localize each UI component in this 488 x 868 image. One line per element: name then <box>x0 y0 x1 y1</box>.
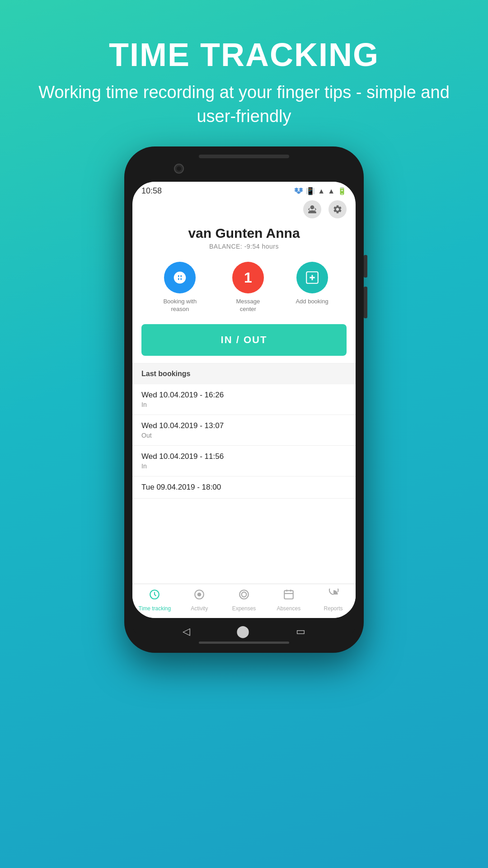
add-booking-label: Add booking <box>296 298 328 306</box>
time-tracking-icon <box>149 589 160 604</box>
svg-point-7 <box>197 593 202 597</box>
booking-item[interactable]: Tue 09.04.2019 - 18:00 <box>132 476 356 499</box>
user-info: van Gunten Anna BALANCE: -9:54 hours <box>132 222 356 257</box>
phone-camera <box>174 164 184 174</box>
battery-icon: 🔋 <box>338 187 347 195</box>
last-bookings-header: Last bookings <box>132 363 356 384</box>
time-tracking-label: Time tracking <box>139 605 171 612</box>
nav-time-tracking[interactable]: Time tracking <box>132 589 177 612</box>
svg-point-9 <box>239 590 249 599</box>
signal-icon: ▲ <box>328 187 335 195</box>
volume-button-2 <box>364 287 367 318</box>
user-name: van Gunten Anna <box>141 226 347 241</box>
balance-value: -9:54 hours <box>244 243 279 250</box>
phone-bottom-bar <box>199 642 289 644</box>
nav-expenses[interactable]: Expenses <box>222 589 267 612</box>
booking-reason-label: Booking with reason <box>160 298 200 313</box>
message-center-circle: 1 <box>232 262 264 293</box>
nav-activity[interactable]: Activity <box>177 589 222 612</box>
nav-absences[interactable]: Absences <box>266 589 311 612</box>
activity-label: Activity <box>191 605 208 612</box>
in-out-button[interactable]: IN / OUT <box>141 324 347 356</box>
svg-point-10 <box>242 592 247 597</box>
balance-label: BALANCE: <box>209 243 242 250</box>
absences-icon <box>283 589 295 604</box>
message-center-button[interactable]: 1 Message center <box>228 262 268 313</box>
bottom-nav: Time tracking Activity <box>132 584 356 618</box>
booking-date: Wed 10.04.2019 - 11:56 <box>141 452 347 461</box>
booking-date: Wed 10.04.2019 - 16:26 <box>141 391 347 400</box>
page-title: TIME TRACKING <box>0 36 488 73</box>
booking-item[interactable]: Wed 10.04.2019 - 13:07 Out <box>132 415 356 446</box>
booking-item[interactable]: Wed 10.04.2019 - 16:26 In <box>132 384 356 415</box>
settings-button[interactable] <box>328 200 347 218</box>
vibrate-icon: 📳 <box>306 187 315 195</box>
phone-shell: 10:58 📳 ▲ ▲ 🔋 <box>124 146 364 653</box>
android-nav: ◁ ⬤ ▭ <box>132 618 356 645</box>
status-bar: 10:58 📳 ▲ ▲ 🔋 <box>132 182 356 198</box>
booking-date: Wed 10.04.2019 - 13:07 <box>141 421 347 430</box>
reports-icon <box>328 589 339 604</box>
user-balance: BALANCE: -9:54 hours <box>141 243 347 250</box>
add-booking-button[interactable]: Add booking <box>296 262 328 313</box>
reports-label: Reports <box>324 605 343 612</box>
booking-date: Tue 09.04.2019 - 18:00 <box>141 483 347 492</box>
svg-rect-11 <box>284 591 293 599</box>
action-buttons-row: Booking with reason 1 Message center Add… <box>132 257 356 322</box>
wifi-icon: ▲ <box>318 187 325 195</box>
message-center-label: Message center <box>228 298 268 313</box>
activity-icon <box>193 589 205 604</box>
booking-item[interactable]: Wed 10.04.2019 - 11:56 In <box>132 446 356 476</box>
booking-reason-button[interactable]: Booking with reason <box>160 262 200 313</box>
nav-reports[interactable]: Reports <box>311 589 356 612</box>
dropbox-icon <box>294 188 303 195</box>
back-button[interactable]: ◁ <box>183 626 190 637</box>
expenses-label: Expenses <box>232 605 256 612</box>
booking-type: Out <box>141 432 347 439</box>
recents-button[interactable]: ▭ <box>296 626 305 637</box>
booking-reason-circle <box>164 262 196 293</box>
phone-screen: 10:58 📳 ▲ ▲ 🔋 <box>132 182 356 618</box>
booking-list: Wed 10.04.2019 - 16:26 In Wed 10.04.2019… <box>132 384 356 584</box>
absences-label: Absences <box>277 605 300 612</box>
add-booking-circle <box>296 262 328 293</box>
message-badge: 1 <box>244 269 252 286</box>
page-subtitle: Working time recording at your finger ti… <box>0 80 488 128</box>
booking-type: In <box>141 401 347 408</box>
booking-type: In <box>141 462 347 470</box>
volume-button-1 <box>364 255 367 278</box>
home-button[interactable]: ⬤ <box>236 624 249 638</box>
expenses-icon <box>238 589 250 604</box>
status-icons: 📳 ▲ ▲ 🔋 <box>294 187 347 195</box>
page-header: TIME TRACKING Working time recording at … <box>0 36 488 128</box>
status-time: 10:58 <box>141 186 162 196</box>
switch-user-button[interactable] <box>303 200 321 218</box>
app-header-icons <box>132 198 356 222</box>
